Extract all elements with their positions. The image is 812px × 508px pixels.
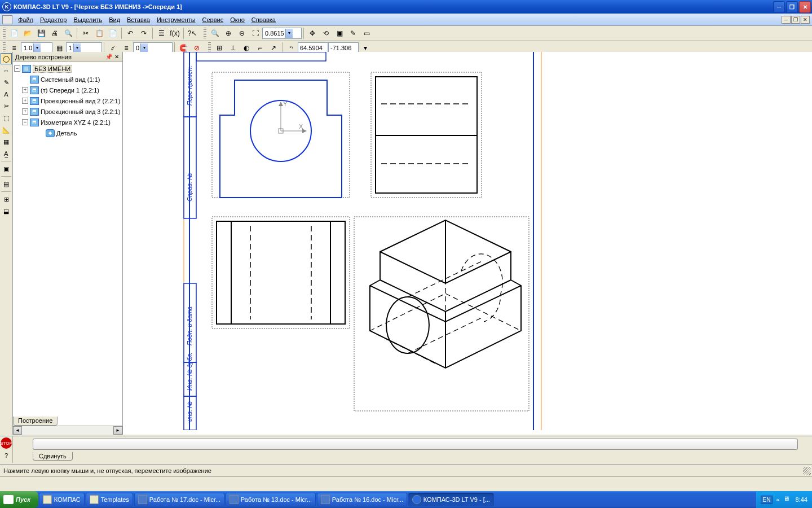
menu-insert[interactable]: Вставка [123,15,153,24]
open-button[interactable]: 📂 [21,27,34,40]
language-indicator[interactable]: EN [761,496,773,504]
tray-expand-icon[interactable]: « [776,496,779,503]
taskbar: Пуск КОМПАС Templates Работа № 17.doc - … [0,491,812,508]
taskbar-item[interactable]: Работа № 17.doc - Micr... [134,493,224,506]
clock[interactable]: 8:44 [796,496,807,503]
zoom-scale-button[interactable]: ⛶ [249,27,262,40]
menu-view[interactable]: Вид [105,15,123,24]
spec-tool[interactable]: A̲ [1,148,12,159]
tree-item[interactable]: − ⬒ Изометрия XYZ 4 (2.2:1) [14,117,121,128]
mdi-restore[interactable]: ❐ [791,16,800,24]
tree-title: Дерево построения [15,54,72,60]
expand-icon[interactable]: + [22,98,28,104]
zoom-all-button[interactable]: ▣ [333,27,346,40]
menu-tools[interactable]: Инструменты [153,15,199,24]
help-cursor-button[interactable]: ?↖ [186,27,198,40]
select-tool[interactable]: ▦ [1,136,12,147]
stop-button[interactable]: STOP [1,437,12,449]
scroll-left[interactable]: ◄ [13,426,22,435]
zoom-in-button[interactable]: ⊕ [222,27,235,40]
save-button[interactable]: 💾 [35,27,47,40]
doc-tab[interactable]: Построение [13,417,58,426]
taskbar-item-active[interactable]: КОМПАС-3D LT V9 - [... [408,493,494,506]
command-input[interactable] [33,439,798,450]
views-tool[interactable]: ▣ [1,163,12,174]
mdi-close[interactable]: ✕ [801,16,810,24]
mdi-minimize[interactable]: ─ [782,16,791,24]
copy-button[interactable]: 📋 [93,27,105,40]
edit-tool[interactable]: ✂ [1,100,12,112]
tray-icon[interactable]: 🖥 [783,495,792,504]
pan-button[interactable]: ✥ [306,27,319,40]
zoom-frame-button[interactable]: 🔍 [209,27,221,40]
refresh-button[interactable]: ✎ [347,27,359,40]
preview-button[interactable]: 🔍 [62,27,74,40]
tree-body[interactable]: − ▤ БЕЗ ИМЕНИ ⬒ Системный вид (1:1) + ⬒ … [13,62,122,417]
tree-item[interactable]: + ⬒ Проекционный вид 3 (2.2:1) [14,106,121,117]
cmd-left-tools: STOP ? [0,436,13,463]
expand-icon[interactable]: − [14,65,20,72]
tree-scrollbar[interactable]: ◄ ► [13,426,122,435]
text-tool[interactable]: A [1,89,12,100]
dimensions-tool[interactable]: ↔ [1,65,12,76]
symbols-tool[interactable]: ✎ [1,77,12,88]
pin-button[interactable]: 📌 [105,54,112,60]
close-panel-button[interactable]: ✕ [113,54,120,60]
geometry-tool[interactable]: ◯ [1,53,12,64]
menu-window[interactable]: Окно [227,15,248,24]
help-button[interactable]: ? [1,450,12,461]
tree-panel: Дерево построения 📌 ✕ − ▤ БЕЗ ИМЕНИ ⬒ Си… [13,52,123,435]
expand-icon[interactable]: + [22,87,28,93]
tree-root[interactable]: − ▤ БЕЗ ИМЕНИ [14,63,121,74]
tree-item[interactable]: + ⬒ Проекционный вид 2 (2.2:1) [14,95,121,106]
report-tool[interactable]: ⬓ [1,205,12,217]
new-button[interactable]: 📄 [8,27,20,40]
undo-button[interactable]: ↶ [124,27,136,40]
menu-editor[interactable]: Редактор [37,15,70,24]
zoom-out-button[interactable]: ⊖ [236,27,248,40]
variables-button[interactable]: f(x) [169,27,181,40]
tree-item[interactable]: ⬒ Системный вид (1:1) [14,74,121,85]
expand-icon[interactable]: + [22,108,28,115]
command-panel: STOP ? Сдвинуть [0,436,812,463]
tree-detail[interactable]: ◆ Деталь [14,128,121,138]
taskbar-item[interactable]: Работа № 13.doc - Micr... [226,493,316,506]
toolbar-grip[interactable] [204,28,206,39]
menu-service[interactable]: Сервис [199,15,227,24]
params-tool[interactable]: ⬚ [1,112,12,124]
display-button[interactable]: ▭ [360,27,373,40]
taskbar-item[interactable]: Работа № 16.doc - Micr... [317,493,407,506]
restore-button[interactable]: ❐ [786,1,798,13]
print-button[interactable]: 🖨 [48,27,61,40]
close-button[interactable]: ✕ [799,1,811,13]
view-icon: ⬒ [30,108,39,116]
scroll-right[interactable]: ► [113,426,122,435]
folder-icon [43,495,52,504]
start-button[interactable]: Пуск [0,491,38,508]
expand-icon[interactable]: − [22,119,28,125]
command-tab[interactable]: Сдвинуть [33,452,73,461]
menu-help[interactable]: Справка [248,15,279,24]
tables-tool[interactable]: ⊞ [1,194,12,205]
properties-button[interactable]: ☰ [155,27,167,40]
system-menu-icon[interactable] [2,15,12,24]
status-hint: Нажмите левую кнопку мыши и, не отпуская… [3,467,211,474]
tree-item[interactable]: + ⬒ (т) Спереди 1 (2.2:1) [14,85,121,95]
svg-rect-35 [354,217,529,411]
taskbar-item[interactable]: Templates [86,493,133,506]
measure-tool[interactable]: 📐 [1,124,12,135]
minimize-button[interactable]: ─ [773,1,785,13]
zoom-prev-button[interactable]: ⟲ [320,27,332,40]
cut-button[interactable]: ✂ [80,27,92,40]
system-tray: EN « 🖥 8:44 [756,491,812,508]
drawing-canvas[interactable]: Пере примен. Справ. № Подп. и дата Инв. … [123,52,812,435]
taskbar-item[interactable]: КОМПАС [39,493,85,506]
toolbar-grip[interactable] [3,28,6,39]
paste-button[interactable]: 📄 [107,27,119,40]
menu-file[interactable]: Файл [15,15,37,24]
menu-select[interactable]: Выделить [70,15,105,24]
insert-tool[interactable]: ▤ [1,178,12,190]
resize-grip[interactable] [803,467,811,475]
zoom-combo[interactable]: 0.8615▾ [262,28,302,39]
redo-button[interactable]: ↷ [138,27,150,40]
